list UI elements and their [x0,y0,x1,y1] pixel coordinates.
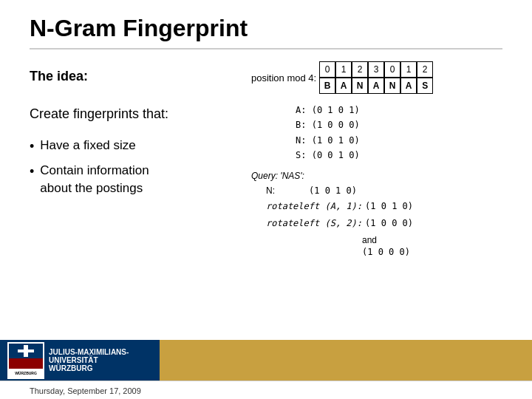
idea-label: The idea: [30,69,236,84]
table-cell: 2 [352,61,368,78]
university-logo-icon: WÜRZBURG [7,342,44,379]
bullet-icon: • [30,137,34,156]
table-cell: S [417,78,433,94]
n-label: N: [266,185,303,196]
final-vector-value: (1 0 0 0) [362,247,410,257]
bullet-text-1: Have a fixed size [40,137,135,154]
and-label: and [362,235,502,245]
slide-container: N-Gram Fingerprint The idea: Create fing… [0,0,532,399]
query-label: Query: 'NAS': [251,171,304,181]
n-vector: (1 0 1 0) [309,185,357,196]
rotate-vector-2: (1 0 0 0) [365,216,413,232]
left-column: The idea: Create fingerprints that: • Ha… [30,61,236,332]
create-label: Create fingerprints that: [30,106,236,122]
table-cell: A [368,78,384,94]
rotate-vector-1: (1 0 1 0) [365,199,413,215]
pos-mod-label: position mod 4: [251,72,316,83]
vector-row-b: B: (1 0 0 0) [296,117,502,132]
content-area: The idea: Create fingerprints that: • Ha… [30,61,502,332]
svg-rect-4 [18,349,34,352]
uni-name-text: JULIUS-MAXIMILIANS- [49,348,129,356]
table-cell: 2 [417,61,433,78]
table-cell: 0 [319,61,335,78]
table-cell: A [400,78,417,94]
table-cell: 1 [400,61,417,78]
table-cell: N [352,78,368,94]
final-vector: (1 0 0 0) [362,247,502,257]
uni-name-text2: UNIVERSITÄT [49,356,129,364]
footer-date: Thursday, September 17, 2009 [30,385,141,397]
main-content: N-Gram Fingerprint The idea: Create fing… [0,0,532,340]
rotate-row-1: rotateleft (A, 1): (1 0 1 0) [266,199,502,215]
table-cell: 0 [384,61,400,78]
vector-row-n: N: (1 0 1 0) [296,133,502,148]
footer: Thursday, September 17, 2009 [0,381,532,399]
bullet-text-2: Contain informationabout the postings [40,162,149,197]
abcde-block: A: (0 1 0 1) B: (1 0 0 0) N: (1 0 1 0) S… [296,103,502,163]
table-cell: B [319,78,335,94]
rotate-block: rotateleft (A, 1): (1 0 1 0) rotateleft … [266,199,502,232]
table-cell: A [335,78,352,94]
rotate-label-1: rotateleft (A, 1): [266,199,362,215]
and-section: and (1 0 0 0) [266,232,502,257]
rotate-label-2: rotateleft (S, 2): [266,216,362,232]
pos-mod-section: position mod 4: 0 1 2 3 0 1 2 [251,61,502,94]
table-cell: N [384,78,400,94]
bullet-icon: • [30,163,34,181]
n-section: N: (1 0 1 0) [266,185,502,196]
uni-name-text3: WÜRZBURG [49,364,129,372]
rotate-row-2: rotateleft (S, 2): (1 0 0 0) [266,216,502,232]
right-column: position mod 4: 0 1 2 3 0 1 2 [251,61,502,332]
svg-text:WÜRZBURG: WÜRZBURG [15,371,37,375]
title-area: N-Gram Fingerprint [30,15,502,50]
bottom-bar: WÜRZBURG JULIUS-MAXIMILIANS- UNIVERSITÄT… [0,340,532,381]
slide-title: N-Gram Fingerprint [30,15,502,42]
list-item: • Contain informationabout the postings [30,162,236,197]
bullet-list: • Have a fixed size • Contain informatio… [30,137,236,203]
uni-logo-area: WÜRZBURG JULIUS-MAXIMILIANS- UNIVERSITÄT… [7,342,129,379]
vector-row-s: S: (0 0 1 0) [296,148,502,163]
list-item: • Have a fixed size [30,137,236,156]
uni-name: JULIUS-MAXIMILIANS- UNIVERSITÄT WÜRZBURG [49,348,129,372]
vector-row-a: A: (0 1 0 1) [296,103,502,117]
table-cell: 3 [368,61,384,78]
table-cell: 1 [335,61,352,78]
